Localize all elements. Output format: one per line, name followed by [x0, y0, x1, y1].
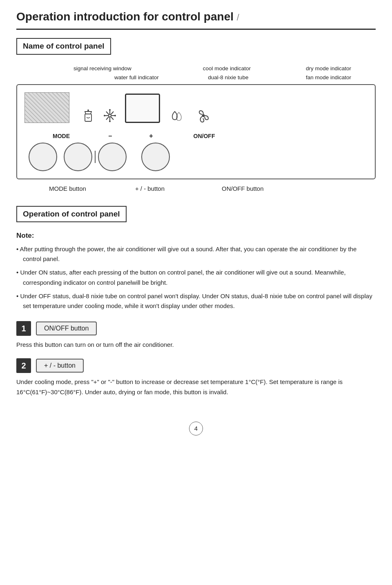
name-header-box: Name of control panel — [16, 38, 111, 55]
note-item-2: • Under ON status, after each pressing o… — [16, 268, 376, 288]
fan-mode-icon — [195, 108, 212, 123]
svg-point-11 — [114, 115, 116, 116]
mode-button[interactable] — [29, 143, 57, 171]
control-panel-box: MODE – + ON/OFF — [16, 84, 376, 179]
onoff-button-label: ON/OFF button — [222, 184, 264, 194]
bottom-labels: MODE button + / - button ON/OFF button — [16, 179, 376, 194]
onoff-button[interactable] — [141, 143, 170, 171]
note-item-1: • After putting through the power, the a… — [16, 244, 376, 265]
upper-labels: signal receiving window cool mode indica… — [16, 65, 376, 82]
notes-list: • After putting through the power, the a… — [16, 244, 376, 312]
page-title: Operation introduction for control panel… — [16, 8, 376, 30]
cool-mode-icon — [103, 108, 117, 123]
section-1-label-box: ON/OFF button — [36, 322, 97, 335]
page-number-area: 4 — [16, 422, 376, 435]
mode-button-label: MODE button — [49, 184, 86, 194]
label-signal: signal receiving window — [74, 65, 131, 73]
number-badge-2: 2 — [16, 358, 31, 373]
plus-minus-button-label: + / - button — [135, 184, 165, 194]
icons-row — [24, 92, 365, 125]
title-decoration: / — [237, 12, 239, 22]
svg-point-7 — [109, 114, 111, 117]
label-fan: fan mode indicator — [306, 74, 351, 82]
numbered-section-1: 1 ON/OFF button Press this button can tu… — [16, 321, 376, 350]
svg-point-1 — [87, 109, 89, 111]
page-num-circle: 4 — [189, 422, 203, 435]
svg-rect-0 — [85, 114, 91, 121]
label-dual8: dual-8 nixie tube — [208, 74, 248, 82]
label-cool: cool mode indicator — [203, 65, 251, 73]
svg-point-10 — [104, 115, 105, 116]
section-2-label-box: + / - button — [36, 359, 84, 373]
section-2-header: 2 + / - button — [16, 358, 376, 373]
operation-header-box: Operation of control panel — [16, 206, 127, 223]
section-2-body: Under cooling mode, press "+" or "-" but… — [16, 377, 376, 397]
dry-mode-icon — [168, 108, 183, 123]
note-item-3: • Under OFF status, dual-8 nixie tube on… — [16, 291, 376, 312]
label-dry: dry mode indicator — [306, 65, 351, 73]
section-1-header: 1 ON/OFF button — [16, 321, 376, 336]
diagram-area: signal receiving window cool mode indica… — [16, 65, 376, 194]
svg-point-9 — [109, 121, 111, 122]
section-1-body: Press this button can turn on or turn of… — [16, 340, 376, 350]
svg-point-8 — [109, 109, 111, 111]
button-labels-row: MODE – + ON/OFF — [24, 131, 365, 141]
note-title: Note: — [16, 230, 376, 241]
svg-point-12 — [202, 114, 205, 117]
signal-window — [24, 92, 69, 123]
label-water: water full indicator — [114, 74, 159, 82]
numbered-section-2: 2 + / - button Under cooling mode, press… — [16, 358, 376, 397]
minus-button[interactable] — [64, 143, 92, 171]
number-badge-1: 1 — [16, 321, 31, 336]
panel-buttons-row — [24, 143, 365, 171]
plus-button[interactable] — [98, 143, 127, 171]
notes-section: Note: • After putting through the power,… — [16, 230, 376, 311]
water-indicator-icon — [82, 108, 95, 123]
display-box — [125, 94, 160, 123]
